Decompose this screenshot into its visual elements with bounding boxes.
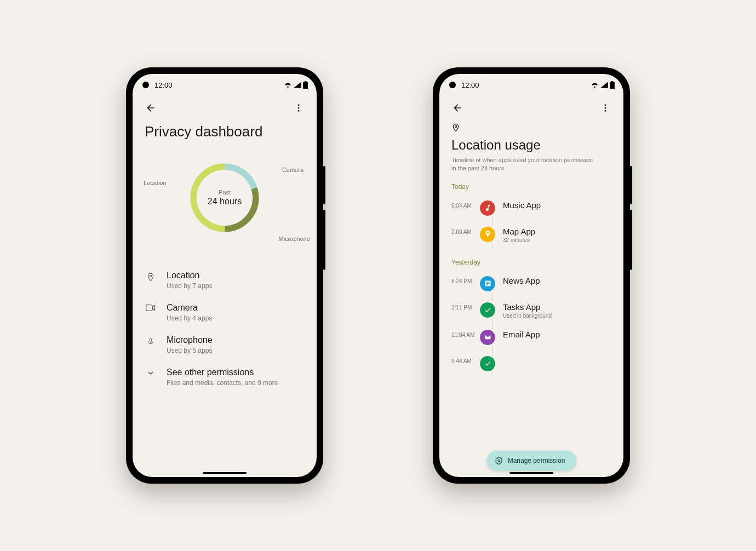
timeline-title: Map App [503,227,535,236]
location-pin-icon [451,122,611,135]
page-title: Privacy dashboard [145,123,305,140]
timeline-time: 11:04 AM [451,332,478,338]
timeline-row-map[interactable]: 2:00 AM Map App 32 minutes [480,221,611,249]
permission-subtitle: Used by 7 apps [167,282,212,290]
status-time: 12:00 [154,81,173,89]
camera-hole-icon [449,82,456,88]
timeline-row-music[interactable]: 6:04 AM Music App [480,195,611,221]
timeline-title: Tasks App [503,302,552,312]
app-bar [439,96,623,120]
signal-icon [294,82,301,88]
svg-point-9 [455,125,456,127]
svg-rect-12 [486,283,489,284]
svg-point-14 [498,460,500,461]
arrow-back-icon [452,102,463,113]
section-label-today: Today [451,183,611,191]
manage-permission-label: Manage permission [508,457,565,464]
content-location: Location usage Timeline of when apps use… [439,120,623,477]
battery-icon [303,81,308,89]
permission-list: Location Used by 7 apps Camera Used by 4… [145,264,305,393]
app-icon-news [480,276,495,291]
permission-subtitle: Files and media, contacts, and 9 more [167,379,278,387]
app-bar [133,96,317,120]
wifi-icon [591,82,599,88]
chevron-down-icon [145,369,157,377]
svg-rect-13 [486,285,488,285]
section-label-yesterday: Yesterday [451,259,611,266]
home-indicator[interactable] [509,472,553,474]
signal-icon [600,82,608,88]
content-privacy: Privacy dashboard Past 24 hours Location [133,120,317,477]
timeline-row-email[interactable]: 11:04 AM Email App [480,324,611,351]
permission-subtitle: Used by 5 apps [167,347,213,354]
phone-frame-location: 12:00 Location usage [433,67,630,484]
svg-rect-5 [150,338,152,342]
more-vert-icon [294,103,303,113]
svg-point-2 [298,110,300,112]
app-icon-tasks [480,302,495,318]
wifi-icon [284,82,292,88]
donut-center: Past 24 hours [208,189,242,206]
timeline-yesterday: 8:24 PM News App 3:11 PM [451,271,611,377]
overflow-button[interactable] [597,100,614,116]
status-icons [284,81,308,89]
timeline-time: 9:46 AM [451,358,478,364]
timeline-title: Email App [503,330,540,339]
permission-title: Location [167,271,212,280]
timeline-row-news[interactable]: 8:24 PM News App [480,271,611,297]
donut-label-microphone: Microphone [279,236,310,242]
timeline-subtitle: 32 minutes [503,237,535,243]
app-icon-email [480,330,495,345]
microphone-icon [145,336,157,347]
permission-row-location[interactable]: Location Used by 7 apps [145,264,305,296]
app-icon-map [480,227,495,242]
screen-privacy: 12:00 Privacy dashboard [133,74,317,477]
status-bar: 12:00 [133,74,317,96]
app-icon-tasks [480,356,495,371]
timeline-time: 2:00 AM [451,229,478,235]
screen-location: 12:00 Location usage [439,74,623,477]
donut-label-location: Location [144,180,167,186]
permission-row-microphone[interactable]: Microphone Used by 5 apps [145,329,305,361]
permission-title: Camera [167,303,212,313]
timeline-time: 3:11 PM [451,305,478,311]
page-title: Location usage [451,137,611,153]
timeline-subtitle: Used in background [503,313,552,319]
back-button[interactable] [449,100,466,116]
timeline-row-tasks[interactable]: 3:11 PM Tasks App Used in background [480,297,611,324]
svg-rect-11 [486,282,489,283]
permission-row-camera[interactable]: Camera Used by 4 apps [145,296,305,329]
status-time: 12:00 [461,81,479,89]
donut-center-small: Past [208,189,242,196]
permission-title: Microphone [167,335,213,345]
status-bar: 12:00 [439,74,623,96]
arrow-back-icon [145,102,156,113]
settings-hex-icon [495,456,503,465]
page-subtitle: Timeline of when apps used your location… [451,156,594,173]
status-icons [591,81,615,89]
permission-row-other[interactable]: See other permissions Files and media, c… [145,361,305,393]
phone-frame-privacy: 12:00 Privacy dashboard [126,67,323,484]
location-pin-icon [145,272,157,283]
usage-donut-chart: Past 24 hours Location Camera Microphone [145,146,305,250]
timeline-today: 6:04 AM Music App 2:00 AM [451,195,611,249]
donut-center-big: 24 hours [208,197,242,206]
battery-icon [610,81,615,89]
overflow-button[interactable] [290,100,307,116]
svg-point-6 [605,104,606,106]
svg-point-1 [298,107,300,109]
donut-label-camera: Camera [282,167,303,173]
stage: 12:00 Privacy dashboard [0,0,756,551]
svg-point-3 [150,275,151,277]
svg-point-0 [298,104,300,106]
timeline-time: 8:24 PM [451,278,478,284]
permission-title: See other permissions [167,368,278,377]
timeline-row-partial[interactable]: 9:46 AM [480,351,611,377]
camera-hole-icon [142,82,149,88]
permission-subtitle: Used by 4 apps [167,314,212,322]
svg-point-7 [605,107,606,109]
camera-icon [145,304,157,312]
back-button[interactable] [142,100,159,116]
home-indicator[interactable] [203,472,247,474]
manage-permission-button[interactable]: Manage permission [487,451,576,470]
